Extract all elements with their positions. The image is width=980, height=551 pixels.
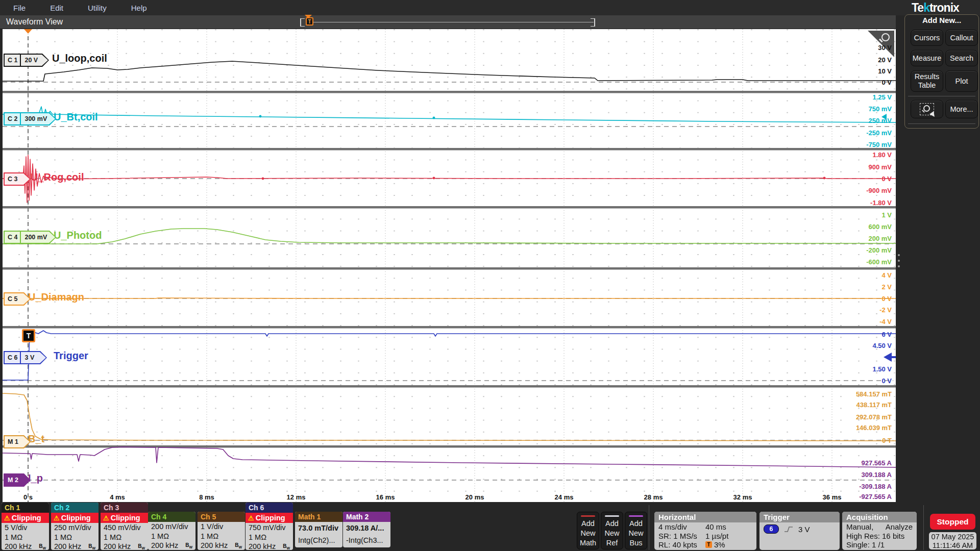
clipping-warning: ⚠Clipping bbox=[51, 513, 99, 523]
panel-drag-handle[interactable] bbox=[898, 254, 900, 267]
channel-card-row: 200 mV/div bbox=[148, 522, 195, 532]
trigger-position-icon[interactable] bbox=[24, 29, 32, 34]
axis-tick-m2: 309.188 A bbox=[861, 471, 892, 479]
channel-badge-ch4[interactable]: C 4200 mV bbox=[4, 231, 56, 244]
time-axis-label: 24 ms bbox=[555, 493, 574, 501]
channel-label-ch6[interactable]: Trigger bbox=[54, 350, 88, 362]
time-axis-label: 4 ms bbox=[110, 493, 125, 501]
menu-utility[interactable]: Utility bbox=[88, 4, 107, 12]
cursors-button[interactable]: Cursors bbox=[911, 30, 943, 46]
time: 11:11:46 AM bbox=[929, 541, 976, 550]
axis-tick-ch2: 250 mV bbox=[868, 117, 892, 124]
axis-tick-m2: 927.565 A bbox=[861, 459, 892, 467]
trigger-flag-icon[interactable]: T bbox=[22, 329, 35, 342]
waveform-trace-ch4 bbox=[3, 229, 896, 244]
acquisition-single: Single: 1 /1 bbox=[842, 540, 917, 549]
channel-card-row: 200 kHzBW bbox=[51, 542, 99, 550]
overview-trigger-flag-icon[interactable]: T bbox=[306, 17, 313, 26]
axis-tick-ch3: 900 mV bbox=[868, 163, 892, 171]
channel-badge-scale: 20 V bbox=[20, 55, 45, 66]
trigger-panel[interactable]: Trigger 6 3 V bbox=[760, 512, 840, 550]
channel-card-row: 73.0 mT/div bbox=[295, 522, 342, 534]
add-new-bus-button[interactable]: AddNewBus bbox=[625, 512, 647, 549]
channel-badge-id: C 2 bbox=[5, 113, 20, 124]
channel-label-ch4[interactable]: U_Photod bbox=[54, 230, 102, 241]
channel-card-ch4[interactable]: Ch 4200 mV/div1 MΩ200 kHzBW bbox=[148, 512, 195, 550]
waveform-trace-m2 bbox=[3, 447, 896, 467]
axis-tick-ch4: 1 V bbox=[881, 211, 892, 219]
waveform-plot[interactable]: T 30 V20 V10 V0 VU_loop,coilC 120 V1.25 … bbox=[3, 29, 896, 502]
warning-icon: ⚠ bbox=[103, 514, 109, 522]
results-table-button[interactable]: Results Table bbox=[911, 70, 943, 92]
channel-card-row: 1 MΩ bbox=[51, 533, 99, 542]
add-new-title: Add New... bbox=[904, 16, 979, 24]
clipping-warning: ⚠Clipping bbox=[246, 513, 293, 523]
overview-right-bracket bbox=[591, 18, 595, 27]
menu-edit[interactable]: Edit bbox=[50, 4, 63, 12]
horizontal-panel[interactable]: Horizontal 4 ms/div40 msSR: 1 MS/s1 µs/p… bbox=[654, 512, 756, 550]
axis-tick-m2: -309.188 A bbox=[859, 483, 892, 490]
acquisition-panel[interactable]: Acquisition Manual,Analyze High Res: 16 … bbox=[842, 512, 917, 550]
channel-badge-ch6[interactable]: C 63 V bbox=[4, 351, 47, 364]
channel-card-row: 1 MΩ bbox=[198, 532, 245, 541]
channel-label-ch3[interactable]: U_Rog,coil bbox=[31, 171, 84, 183]
menu-bar: FileEditUtilityHelp bbox=[0, 0, 980, 15]
add-new-ref-button[interactable]: AddNewRef bbox=[601, 512, 623, 549]
channel-badge-id: M 1 bbox=[5, 436, 21, 447]
clipping-label: Clipping bbox=[61, 514, 91, 522]
channel-card-row: 5 V/div bbox=[2, 523, 49, 533]
axis-tick-ch5: -2 V bbox=[879, 306, 892, 314]
acquisition-mode: Manual, bbox=[846, 522, 873, 531]
channel-label-ch1[interactable]: U_loop,coil bbox=[52, 53, 107, 64]
axis-tick-ch5: 4 V bbox=[881, 271, 892, 279]
channel-card-math2[interactable]: Math 2309.18 A/...-Intg(Ch3... bbox=[343, 512, 390, 547]
channel-card-ch3[interactable]: Ch 3⚠Clipping450 mV/div1 MΩ200 kHzBW bbox=[101, 503, 148, 550]
menu-file[interactable]: File bbox=[13, 4, 26, 12]
zoom-select-button[interactable] bbox=[911, 100, 943, 118]
horizontal-value: 1 µs/pt bbox=[705, 532, 728, 540]
channel-badge-m2[interactable]: M 2 bbox=[4, 473, 31, 487]
axis-tick-ch5: 2 V bbox=[881, 283, 892, 291]
channel-card-row: 1 MΩ bbox=[246, 533, 293, 542]
channel-card-row: 250 mV/div bbox=[51, 523, 99, 533]
waveform-trace-ch6 bbox=[3, 331, 896, 380]
bandwidth-limit-icon: BW bbox=[138, 543, 145, 550]
channel-card-math1[interactable]: Math 173.0 mT/divIntg(Ch2)... bbox=[295, 512, 342, 547]
channel-card-ch2[interactable]: Ch 2⚠Clipping250 mV/div1 MΩ200 kHzBW bbox=[51, 503, 99, 550]
more-button[interactable]: More... bbox=[945, 100, 978, 118]
trace-marker bbox=[262, 178, 264, 180]
channel-badge-ch5[interactable]: C 5 bbox=[4, 292, 31, 306]
channel-badge-ch3[interactable]: C 3 bbox=[4, 172, 31, 186]
channel-card-row: 1 MΩ bbox=[101, 533, 148, 542]
channel-card-ch5[interactable]: Ch 51 V/div1 MΩ200 kHzBW bbox=[198, 512, 245, 550]
channel-card-title: Math 1 bbox=[295, 512, 342, 522]
channel-badge-ch2[interactable]: C 2300 mV bbox=[4, 112, 56, 126]
add-new-math-button[interactable]: AddNewMath bbox=[577, 512, 599, 549]
stopped-status-button[interactable]: Stopped bbox=[930, 514, 975, 530]
channel-badge-ch1[interactable]: C 120 V bbox=[4, 54, 49, 67]
divider bbox=[908, 96, 975, 96]
callout-button[interactable]: Callout bbox=[945, 30, 978, 46]
axis-tick-ch6: 1.50 V bbox=[872, 365, 892, 373]
divider bbox=[908, 123, 975, 124]
zoom-select-icon bbox=[920, 103, 934, 115]
overview-record-line bbox=[312, 22, 594, 22]
axis-tick-ch4: 600 mV bbox=[868, 223, 892, 231]
channel-card-title: Ch 3 bbox=[101, 503, 148, 513]
channel-badge-m1[interactable]: M 1 bbox=[4, 435, 31, 448]
axis-tick-ch5: 0 V bbox=[881, 295, 892, 303]
plot-button[interactable]: Plot bbox=[945, 70, 978, 92]
measure-button[interactable]: Measure bbox=[911, 50, 943, 66]
axis-tick-ch2: 750 mV bbox=[868, 105, 892, 113]
channel-card-ch1[interactable]: Ch 1⚠Clipping5 V/div1 MΩ200 kHzBW bbox=[2, 503, 49, 550]
channel-card-ch6[interactable]: Ch 6⚠Clipping750 mV/div1 MΩ200 kHzBW bbox=[246, 503, 293, 550]
trace-marker bbox=[823, 177, 826, 180]
trigger-level-arrow-icon[interactable] bbox=[884, 353, 892, 362]
channel-label-ch2[interactable]: U_Bt,coil bbox=[54, 111, 98, 123]
channel-label-ch5[interactable]: U_Diamagn bbox=[28, 291, 84, 303]
slice-separator bbox=[3, 385, 896, 388]
search-button[interactable]: Search bbox=[945, 50, 978, 66]
menu-help[interactable]: Help bbox=[131, 4, 147, 12]
clipping-warning: ⚠Clipping bbox=[2, 513, 49, 523]
overview-left-bracket bbox=[300, 18, 305, 27]
